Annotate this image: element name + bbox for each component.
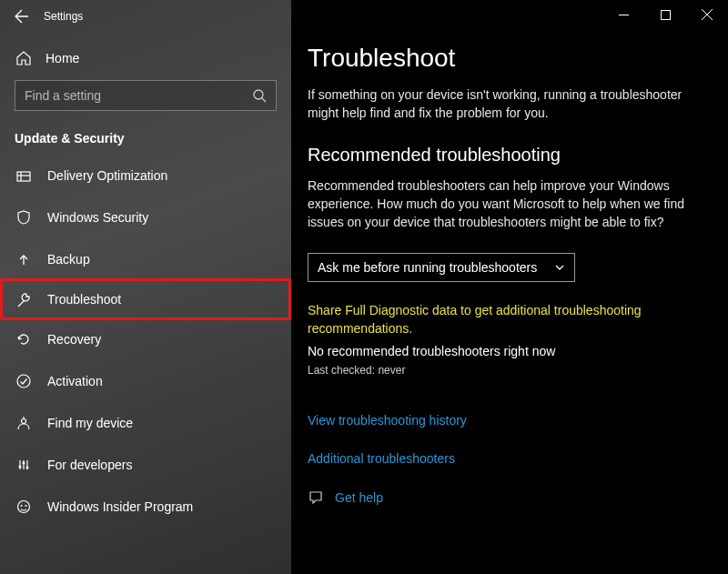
sidebar-item-label: Windows Security (47, 210, 148, 225)
search-container (0, 80, 291, 126)
svg-point-16 (25, 505, 27, 507)
history-link[interactable]: View troubleshooting history (308, 413, 712, 428)
recommended-body: Recommended troubleshooters can help imp… (308, 176, 712, 232)
maximize-icon (661, 10, 671, 20)
troubleshoot-preference-select[interactable]: Ask me before running troubleshooters (308, 253, 575, 282)
get-help-link[interactable]: Get help (335, 490, 383, 505)
additional-troubleshooters-link[interactable]: Additional troubleshooters (308, 451, 712, 466)
svg-point-0 (254, 90, 263, 99)
main-content: Troubleshoot If something on your device… (291, 0, 728, 574)
activation-icon (15, 372, 33, 390)
chat-icon (308, 489, 324, 506)
arrow-left-icon (15, 9, 29, 24)
sidebar-item-windows-security[interactable]: Windows Security (0, 196, 291, 238)
svg-line-1 (262, 98, 266, 102)
minimize-icon (619, 10, 629, 20)
window-controls (602, 0, 728, 29)
find-device-icon (15, 414, 33, 432)
page-intro: If something on your device isn't workin… (308, 86, 712, 123)
troubleshoot-icon (15, 290, 33, 308)
sidebar-item-delivery-optimization[interactable]: Delivery Optimization (0, 155, 291, 196)
svg-point-12 (23, 462, 25, 465)
sidebar-item-label: For developers (47, 458, 132, 472)
home-icon (15, 49, 33, 67)
search-box[interactable] (15, 80, 277, 111)
delivery-optimization-icon (15, 166, 33, 185)
sidebar-item-find-my-device[interactable]: Find my device (0, 402, 291, 444)
sidebar-home[interactable]: Home (0, 33, 291, 80)
sidebar-category: Update & Security (0, 126, 291, 155)
get-help-row: Get help (308, 489, 712, 506)
sidebar-item-label: Windows Insider Program (47, 499, 193, 514)
diagnostic-notice: Share Full Diagnostic data to get additi… (308, 302, 712, 337)
sidebar-item-label: Recovery (47, 332, 101, 347)
sidebar-item-label: Troubleshoot (47, 292, 121, 307)
svg-point-15 (21, 505, 23, 507)
insider-icon (15, 498, 33, 516)
svg-point-6 (22, 419, 26, 424)
sidebar-item-label: Delivery Optimization (47, 168, 167, 183)
page-heading: Troubleshoot (308, 44, 712, 73)
shield-icon (15, 208, 33, 227)
select-value: Ask me before running troubleshooters (318, 260, 537, 275)
sidebar: Settings Home Update & Security Delivery… (0, 0, 291, 574)
sidebar-item-label: Activation (47, 374, 103, 388)
sidebar-item-activation[interactable]: Activation (0, 360, 291, 402)
sidebar-item-insider-program[interactable]: Windows Insider Program (0, 486, 291, 528)
search-input[interactable] (25, 88, 252, 103)
minimize-button[interactable] (602, 0, 644, 29)
svg-rect-2 (17, 172, 30, 181)
sidebar-item-recovery[interactable]: Recovery (0, 318, 291, 360)
sidebar-item-label: Backup (47, 252, 90, 267)
maximize-button[interactable] (644, 0, 686, 29)
developers-icon (15, 456, 33, 474)
title-bar: Settings (0, 0, 291, 33)
svg-rect-18 (661, 10, 670, 19)
window-title: Settings (44, 10, 83, 23)
back-button[interactable] (0, 0, 44, 33)
last-checked: Last checked: never (308, 364, 712, 377)
sidebar-item-troubleshoot[interactable]: Troubleshoot (0, 278, 291, 320)
recommended-status: No recommended troubleshooters right now (308, 344, 712, 358)
search-icon (252, 88, 267, 103)
svg-point-13 (26, 467, 29, 469)
sidebar-item-label: Find my device (47, 416, 133, 430)
backup-icon (15, 250, 33, 268)
svg-point-5 (17, 375, 30, 388)
close-icon (702, 9, 713, 20)
settings-window: Settings Home Update & Security Delivery… (0, 0, 728, 574)
chevron-down-icon (554, 262, 565, 273)
sidebar-item-for-developers[interactable]: For developers (0, 444, 291, 486)
sidebar-item-backup[interactable]: Backup (0, 238, 291, 280)
svg-point-11 (19, 466, 22, 468)
recommended-heading: Recommended troubleshooting (308, 145, 712, 166)
close-button[interactable] (686, 0, 728, 29)
recovery-icon (15, 330, 33, 348)
sidebar-home-label: Home (46, 51, 79, 65)
